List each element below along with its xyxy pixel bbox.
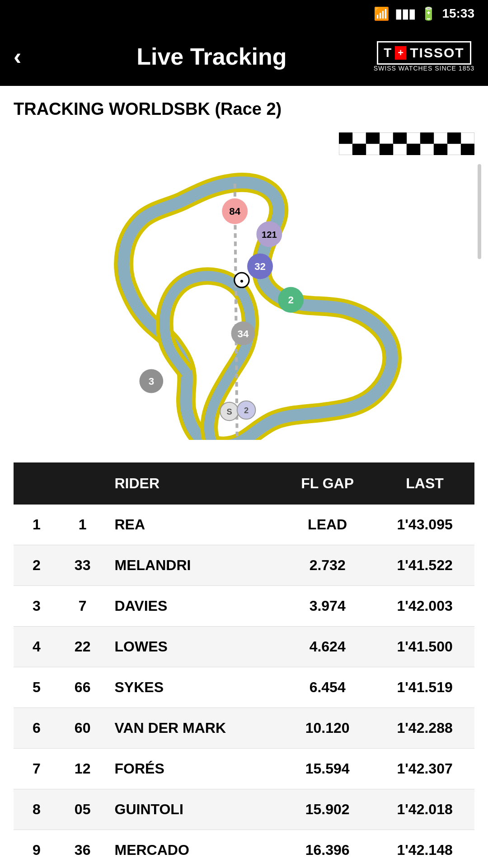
status-bar: 📶 ▮▮▮ 🔋 15:33 bbox=[0, 0, 488, 27]
cell-num: 7 bbox=[60, 586, 106, 627]
page-content: TRACKING WORLDSBK (Race 2) bbox=[0, 86, 488, 868]
cell-num: 33 bbox=[60, 545, 106, 586]
signal-icon: ▮▮▮ bbox=[395, 6, 415, 21]
race-table: RIDER FL GAP LAST 1 1 REA LEAD 1'43.095 … bbox=[14, 462, 474, 868]
cell-name: VAN DER MARK bbox=[106, 708, 280, 749]
cell-last: 1'41.522 bbox=[375, 545, 474, 586]
table-row: 4 22 LOWES 4.624 1'41.500 bbox=[14, 627, 474, 667]
col-rider: RIDER bbox=[106, 462, 280, 505]
cell-last: 1'42.307 bbox=[375, 749, 474, 789]
cell-gap: LEAD bbox=[280, 505, 375, 545]
battery-icon: 🔋 bbox=[421, 6, 436, 21]
status-icons: 📶 ▮▮▮ 🔋 15:33 bbox=[374, 6, 474, 21]
cell-name: DAVIES bbox=[106, 586, 280, 627]
track-map-area: 84 121 32 ● 2 34 3 S 2 bbox=[14, 132, 474, 449]
cell-name: GUINTOLI bbox=[106, 789, 280, 830]
col-num bbox=[60, 462, 106, 505]
cell-gap: 16.396 bbox=[280, 830, 375, 868]
cell-num: 22 bbox=[60, 627, 106, 667]
track-svg: 84 121 32 ● 2 34 3 S 2 bbox=[14, 146, 474, 440]
cell-pos: 5 bbox=[14, 667, 60, 708]
cell-gap: 6.454 bbox=[280, 667, 375, 708]
svg-text:32: 32 bbox=[254, 261, 266, 272]
table-row: 5 66 SYKES 6.454 1'41.519 bbox=[14, 667, 474, 708]
clock: 15:33 bbox=[442, 6, 474, 21]
header: ‹ Live Tracking T + TISSOT SWISS WATCHES… bbox=[0, 27, 488, 86]
cell-pos: 6 bbox=[14, 708, 60, 749]
tissot-t-letter: T bbox=[384, 46, 391, 60]
cell-name: REA bbox=[106, 505, 280, 545]
cell-pos: 8 bbox=[14, 789, 60, 830]
svg-text:3: 3 bbox=[149, 376, 154, 387]
svg-text:34: 34 bbox=[238, 328, 249, 340]
col-gap: FL GAP bbox=[280, 462, 375, 505]
cell-last: 1'43.095 bbox=[375, 505, 474, 545]
table-row: 9 36 MERCADO 16.396 1'42.148 bbox=[14, 830, 474, 868]
cell-pos: 3 bbox=[14, 586, 60, 627]
cell-pos: 7 bbox=[14, 749, 60, 789]
cell-name: MERCADO bbox=[106, 830, 280, 868]
cell-name: FORÉS bbox=[106, 749, 280, 789]
tissot-tagline: SWISS WATCHES SINCE 1853 bbox=[374, 65, 474, 72]
cell-pos: 4 bbox=[14, 627, 60, 667]
cell-pos: 1 bbox=[14, 505, 60, 545]
cell-num: 36 bbox=[60, 830, 106, 868]
tracking-title: TRACKING WORLDSBK (Race 2) bbox=[14, 99, 474, 119]
cell-last: 1'42.018 bbox=[375, 789, 474, 830]
tissot-brand-name: TISSOT bbox=[410, 45, 464, 61]
svg-text:84: 84 bbox=[229, 206, 240, 217]
wifi-icon: 📶 bbox=[374, 6, 389, 21]
cell-last: 1'41.519 bbox=[375, 667, 474, 708]
svg-text:2: 2 bbox=[288, 294, 293, 306]
svg-text:121: 121 bbox=[262, 230, 277, 240]
page-title: Live Tracking bbox=[50, 43, 374, 70]
table-header: RIDER FL GAP LAST bbox=[14, 462, 474, 505]
table-row: 6 60 VAN DER MARK 10.120 1'42.288 bbox=[14, 708, 474, 749]
race-table-body: 1 1 REA LEAD 1'43.095 2 33 MELANDRI 2.73… bbox=[14, 505, 474, 868]
table-row: 3 7 DAVIES 3.974 1'42.003 bbox=[14, 586, 474, 627]
cell-last: 1'42.288 bbox=[375, 708, 474, 749]
cell-num: 1 bbox=[60, 505, 106, 545]
cell-last: 1'42.003 bbox=[375, 586, 474, 627]
tissot-cross: + bbox=[395, 46, 406, 60]
cell-pos: 9 bbox=[14, 830, 60, 868]
table-row: 8 05 GUINTOLI 15.902 1'42.018 bbox=[14, 789, 474, 830]
back-button[interactable]: ‹ bbox=[14, 43, 50, 70]
svg-text:2: 2 bbox=[244, 406, 249, 415]
cell-last: 1'42.148 bbox=[375, 830, 474, 868]
cell-gap: 10.120 bbox=[280, 708, 375, 749]
svg-text:●: ● bbox=[240, 277, 244, 284]
cell-name: LOWES bbox=[106, 627, 280, 667]
cell-num: 12 bbox=[60, 749, 106, 789]
table-row: 7 12 FORÉS 15.594 1'42.307 bbox=[14, 749, 474, 789]
table-row: 2 33 MELANDRI 2.732 1'41.522 bbox=[14, 545, 474, 586]
cell-name: SYKES bbox=[106, 667, 280, 708]
cell-gap: 15.902 bbox=[280, 789, 375, 830]
tissot-logo: T + TISSOT SWISS WATCHES SINCE 1853 bbox=[374, 41, 474, 72]
cell-gap: 2.732 bbox=[280, 545, 375, 586]
cell-gap: 4.624 bbox=[280, 627, 375, 667]
cell-num: 60 bbox=[60, 708, 106, 749]
cell-gap: 3.974 bbox=[280, 586, 375, 627]
cell-name: MELANDRI bbox=[106, 545, 280, 586]
col-last: LAST bbox=[375, 462, 474, 505]
cell-num: 05 bbox=[60, 789, 106, 830]
table-row: 1 1 REA LEAD 1'43.095 bbox=[14, 505, 474, 545]
scroll-indicator bbox=[478, 164, 481, 259]
col-pos bbox=[14, 462, 60, 505]
cell-gap: 15.594 bbox=[280, 749, 375, 789]
svg-text:S: S bbox=[226, 407, 232, 416]
cell-pos: 2 bbox=[14, 545, 60, 586]
cell-last: 1'41.500 bbox=[375, 627, 474, 667]
cell-num: 66 bbox=[60, 667, 106, 708]
